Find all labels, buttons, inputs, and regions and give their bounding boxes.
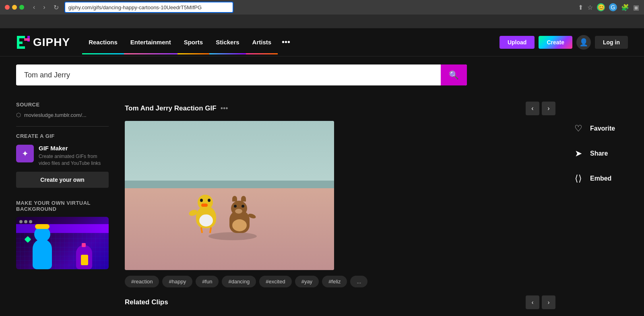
login-button[interactable]: Log in bbox=[595, 36, 628, 49]
nav-reactions[interactable]: Reactions bbox=[82, 30, 124, 54]
nav-more-icon[interactable]: ••• bbox=[278, 37, 294, 47]
tag-happy[interactable]: #happy bbox=[162, 276, 192, 287]
char-tweety bbox=[196, 206, 216, 228]
embed-icon: ⟨⟩ bbox=[572, 172, 585, 185]
user-icon: 👤 bbox=[579, 38, 588, 47]
squirrel-body bbox=[229, 211, 250, 233]
traffic-lights bbox=[5, 5, 24, 10]
svg-rect-5 bbox=[24, 38, 30, 41]
gif-nav-buttons: ‹ › bbox=[526, 102, 555, 115]
back-button[interactable]: ‹ bbox=[31, 2, 37, 12]
site-header: GIPHY Reactions Entertainment Sports Sti… bbox=[0, 28, 644, 56]
gif-prev-button[interactable]: ‹ bbox=[526, 102, 539, 115]
share-icon: ➤ bbox=[572, 147, 585, 160]
browser-right-icons: ⬆ ☆ 😊 G 🧩 ▣ bbox=[578, 3, 639, 11]
gif-more-icon[interactable]: ••• bbox=[221, 104, 228, 113]
bg-preview[interactable] bbox=[16, 217, 109, 269]
bg-dot-3 bbox=[29, 220, 32, 223]
favorite-label: Favorite bbox=[590, 125, 615, 132]
logo-area[interactable]: GIPHY bbox=[16, 35, 70, 50]
favorite-action[interactable]: ♡ Favorite bbox=[572, 122, 628, 135]
refresh-button[interactable]: ↻ bbox=[51, 2, 61, 13]
share-icon[interactable]: ⬆ bbox=[578, 4, 583, 11]
gif-maker-desc: Create animated GIFs from video files an… bbox=[39, 153, 109, 167]
actions-sidebar: ♡ Favorite ➤ Share ⟨⟩ Embed bbox=[564, 102, 628, 309]
gif-maker-card: ✦ GIF Maker Create animated GIFs from vi… bbox=[16, 145, 109, 167]
share-action[interactable]: ➤ Share bbox=[572, 147, 628, 160]
source-link[interactable]: ⬡ moviesludge.tumblr.com/... bbox=[16, 112, 109, 118]
bg-dot-2 bbox=[24, 220, 27, 223]
address-bar[interactable]: giphy.com/gifs/dancing-happy-cartoons-10… bbox=[64, 2, 233, 13]
minimize-window-btn[interactable] bbox=[12, 5, 17, 10]
tag-yay[interactable]: #yay bbox=[295, 276, 319, 287]
extension-icon-2[interactable]: G bbox=[609, 3, 617, 11]
squirrel-ear-right bbox=[241, 196, 246, 202]
bookmark-icon[interactable]: ☆ bbox=[587, 4, 593, 11]
bg-section-title: Make Your Own Virtual Background bbox=[16, 200, 109, 212]
squirrel-head bbox=[231, 201, 247, 216]
tag-excited[interactable]: #excited bbox=[259, 276, 291, 287]
squirrel-ear-left bbox=[232, 196, 237, 202]
search-section: 🔍 bbox=[0, 56, 644, 94]
puzzle-icon[interactable]: 🧩 bbox=[621, 4, 629, 11]
upload-button[interactable]: Upload bbox=[500, 36, 535, 49]
embed-action[interactable]: ⟨⟩ Embed bbox=[572, 172, 628, 185]
nav-sports[interactable]: Sports bbox=[178, 30, 210, 54]
bg-figure-1 bbox=[33, 239, 52, 269]
bg-figure-1-hair bbox=[35, 224, 50, 229]
related-prev-button[interactable]: ‹ bbox=[526, 295, 539, 309]
nav-artists[interactable]: Artists bbox=[246, 30, 278, 54]
char-squirrel bbox=[229, 211, 250, 233]
tag-more[interactable]: ... bbox=[350, 276, 367, 287]
squirrel-eye-left bbox=[234, 205, 237, 208]
related-next-button[interactable]: › bbox=[542, 295, 555, 309]
search-icon: 🔍 bbox=[449, 70, 459, 80]
bg-preview-inner bbox=[16, 217, 109, 269]
tweety-belly bbox=[199, 214, 213, 227]
nav-links: Reactions Entertainment Sports Stickers … bbox=[82, 30, 294, 54]
sidebar: Source ⬡ moviesludge.tumblr.com/... Crea… bbox=[16, 102, 117, 309]
squirrel-belly bbox=[232, 219, 247, 231]
tag-reaction[interactable]: #reaction bbox=[125, 276, 159, 287]
main-content: Source ⬡ moviesludge.tumblr.com/... Crea… bbox=[0, 94, 644, 316]
gif-image bbox=[125, 121, 334, 270]
source-url: moviesludge.tumblr.com/... bbox=[24, 112, 87, 118]
svg-rect-1 bbox=[17, 36, 25, 38]
create-section-title: Create A Gif bbox=[16, 133, 109, 139]
url-text: giphy.com/gifs/dancing-happy-cartoons-10… bbox=[68, 4, 202, 10]
svg-rect-3 bbox=[17, 46, 25, 49]
browser-toolbar bbox=[0, 15, 644, 28]
sidebar-divider-1 bbox=[16, 126, 109, 127]
tag-feliz[interactable]: #feliz bbox=[322, 276, 347, 287]
search-button[interactable]: 🔍 bbox=[441, 64, 467, 85]
share-label: Share bbox=[590, 150, 608, 157]
sidebar-icon[interactable]: ▣ bbox=[633, 4, 639, 11]
heart-icon: ♡ bbox=[572, 122, 585, 135]
search-bar: 🔍 bbox=[16, 64, 467, 85]
create-own-button[interactable]: Create your own bbox=[16, 172, 109, 188]
maximize-window-btn[interactable] bbox=[19, 5, 24, 10]
source-section-title: Source bbox=[16, 102, 109, 108]
nav-entertainment[interactable]: Entertainment bbox=[124, 30, 178, 54]
gif-next-button[interactable]: › bbox=[542, 102, 555, 115]
extension-icon-1[interactable]: 😊 bbox=[597, 3, 605, 11]
squirrel-eye-right bbox=[242, 205, 244, 208]
logo-text: GIPHY bbox=[33, 36, 70, 49]
search-input[interactable] bbox=[16, 65, 441, 85]
browser-chrome: ‹ › ↻ giphy.com/gifs/dancing-happy-carto… bbox=[0, 0, 644, 28]
svg-rect-2 bbox=[17, 42, 23, 44]
address-bar-wrapper: giphy.com/gifs/dancing-happy-cartoons-10… bbox=[64, 2, 575, 13]
forward-button[interactable]: › bbox=[41, 2, 47, 12]
page: GIPHY Reactions Entertainment Sports Sti… bbox=[0, 28, 644, 316]
close-window-btn[interactable] bbox=[5, 5, 10, 10]
tag-dancing[interactable]: #dancing bbox=[222, 276, 256, 287]
header-right: Upload Create 👤 Log in bbox=[500, 35, 628, 50]
tweety-eye-left bbox=[200, 199, 203, 202]
user-icon-button[interactable]: 👤 bbox=[576, 35, 591, 50]
nav-stickers[interactable]: Stickers bbox=[209, 30, 246, 54]
related-clips-title: Related Clips bbox=[125, 298, 168, 306]
create-button[interactable]: Create bbox=[539, 36, 572, 49]
squirrel-snout bbox=[235, 209, 242, 214]
tag-fun[interactable]: #fun bbox=[196, 276, 219, 287]
embed-label: Embed bbox=[590, 175, 611, 182]
